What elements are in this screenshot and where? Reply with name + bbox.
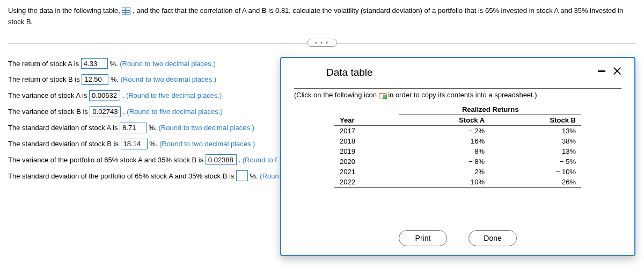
data-table-modal: Data table (Click on the following icon …	[280, 57, 635, 256]
close-icon[interactable]	[613, 67, 621, 75]
hint: (Round to two decimal places.)	[159, 140, 255, 148]
table-row: 20212%− 10%	[334, 167, 581, 177]
table-row: 20198%13%	[334, 146, 581, 156]
table-row: 202210%26%	[334, 177, 581, 188]
more-dots-button[interactable]: • • •	[307, 39, 337, 47]
table-icon[interactable]	[122, 8, 130, 15]
portfolio-variance-input[interactable]	[206, 154, 237, 165]
stddev-b-input[interactable]	[121, 139, 148, 149]
hint: (Round to two decimal places.)	[121, 75, 216, 83]
section-divider: • • •	[8, 39, 636, 48]
hint: (Round to f	[243, 156, 277, 164]
hint: (Round to two decimal places.)	[159, 124, 254, 132]
table-row: 2017− 2%13%	[334, 126, 581, 137]
table-row: 2020− 8%− 5%	[334, 156, 581, 167]
return-b-input[interactable]	[82, 74, 108, 85]
modal-title: Data table	[326, 67, 373, 78]
return-a-input[interactable]	[81, 58, 108, 69]
table-row: 201816%38%	[334, 136, 581, 146]
hint: (Round to five decimal places.)	[126, 91, 222, 99]
portfolio-stddev-input[interactable]	[236, 170, 248, 181]
print-button[interactable]: Print	[399, 230, 447, 246]
hint: (Roun	[260, 172, 279, 180]
copy-spreadsheet-icon[interactable]	[379, 93, 386, 98]
variance-b-input[interactable]	[90, 106, 121, 117]
copy-note: (Click on the following icon in order to…	[294, 88, 621, 99]
question-text: Using the data in the following table, ,…	[8, 5, 636, 28]
variance-a-input[interactable]	[89, 90, 120, 101]
hint: (Round to five decimal places.)	[127, 108, 222, 116]
returns-table: Realized Returns Year Stock A Stock B 20…	[334, 104, 581, 188]
minimize-icon[interactable]	[598, 70, 605, 72]
hint: (Round to two decimal places.)	[120, 60, 215, 68]
done-button[interactable]: Done	[469, 230, 517, 246]
stddev-a-input[interactable]	[120, 123, 147, 133]
